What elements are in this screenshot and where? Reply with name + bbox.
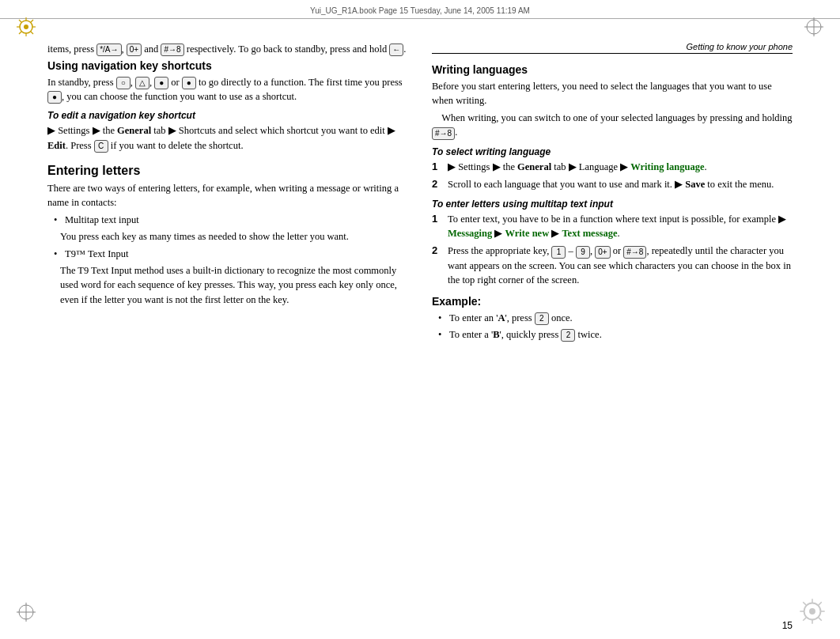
content-area: items, press */A→, 0+ and #→8 respective…: [47, 30, 793, 599]
svg-line-22: [803, 602, 806, 605]
bullet-t9: • T9™ Text Input: [47, 247, 408, 261]
example-bullet-2: • To enter a 'B', quickly press 2 twice.: [432, 327, 793, 342]
step-multitap-1: 1 To enter text, you have to be in a fun…: [432, 212, 793, 240]
key-nav4: ●: [182, 77, 196, 89]
key-nav1: ○: [116, 77, 131, 89]
bullet-t9-text: T9™ Text Input: [65, 247, 129, 261]
multitap-input-title: To enter letters using multitap text inp…: [432, 199, 793, 210]
ex-text2: To enter a 'B', quickly press 2 twice.: [449, 327, 602, 342]
key-hash2: #→8: [623, 246, 646, 259]
ex-dot1: •: [438, 311, 446, 325]
key-hash-arrow: #→8: [161, 43, 184, 56]
reg-mark-tl: [16, 17, 36, 37]
key-9: 9: [576, 246, 590, 259]
ex-dot2: •: [438, 327, 446, 342]
step-text-1a: ▶ Settings ▶ the General tab ▶ Language …: [448, 160, 707, 175]
step-multitap-2: 2 Press the appropriate key, 1 – 9, 0+ o…: [432, 244, 793, 286]
bullet-dot2: •: [54, 247, 62, 261]
key-star-a: */A→: [96, 43, 121, 56]
reg-mark-tr: [804, 17, 824, 37]
top-bar: Yui_UG_R1A.book Page 15 Tuesday, June 14…: [0, 6, 840, 19]
right-column: Getting to know your phone Writing langu…: [432, 38, 793, 599]
nav-shortcuts-body: In standby, press ○, △, ● or ● to go dir…: [47, 75, 408, 104]
left-column: items, press */A→, 0+ and #→8 respective…: [47, 38, 408, 599]
svg-point-17: [809, 608, 815, 614]
bullet-dot1: •: [54, 213, 62, 227]
key-2a: 2: [535, 312, 549, 325]
select-writing-lang-title: To select writing language: [432, 146, 793, 157]
step-select-lang-2: 2 Scroll to each language that you want …: [432, 177, 793, 192]
key-0plus2: 0+: [595, 246, 610, 259]
page-number: 15: [782, 620, 793, 631]
svg-point-1: [24, 25, 28, 29]
svg-line-9: [19, 32, 21, 34]
entering-letters-title: Entering letters: [47, 164, 408, 178]
svg-line-6: [19, 20, 21, 22]
reg-mark-bl: [16, 602, 36, 622]
key-hash-lang: #→8: [432, 127, 455, 140]
file-info: Yui_UG_R1A.book Page 15 Tuesday, June 14…: [310, 6, 530, 15]
writing-languages-body1: Before you start entering letters, you n…: [432, 79, 793, 108]
key-nav3: ●: [154, 77, 168, 89]
key-c: C: [94, 140, 108, 153]
bullet-multitap: • Multitap text input: [47, 213, 408, 227]
edit-shortcut-title: To edit a navigation key shortcut: [47, 110, 408, 121]
writing-languages-title: Writing languages: [432, 63, 793, 76]
two-columns: items, press */A→, 0+ and #→8 respective…: [47, 38, 793, 599]
key-0plus: 0+: [127, 43, 142, 56]
step-num-1a: 1: [432, 160, 443, 175]
key-nav5: ●: [47, 91, 62, 104]
svg-line-25: [803, 618, 806, 621]
svg-line-7: [31, 32, 33, 34]
ex-text1: To enter an 'A', press 2 once.: [449, 311, 573, 325]
right-column-header: Getting to know your phone: [432, 42, 793, 54]
entering-letters-intro: There are two ways of entering letters, …: [47, 181, 408, 210]
key-nav2: △: [135, 77, 149, 89]
key-back: ←: [389, 43, 403, 56]
step-text-1b: To enter text, you have to be in a funct…: [448, 212, 793, 240]
step-text-2a: Scroll to each language that you want to…: [448, 177, 774, 192]
page-container: Yui_UG_R1A.book Page 15 Tuesday, June 14…: [0, 0, 840, 639]
step-num-1b: 1: [432, 212, 443, 240]
writing-languages-body2: When writing, you can switch to one of y…: [432, 111, 793, 139]
step-select-lang-1: 1 ▶ Settings ▶ the General tab ▶ Languag…: [432, 160, 793, 175]
t9-body: The T9 Text Input method uses a built-in…: [47, 263, 408, 306]
step-num-2b: 2: [432, 244, 443, 286]
svg-line-8: [31, 20, 33, 22]
key-1: 1: [551, 246, 566, 259]
key-2b: 2: [561, 329, 575, 342]
reg-mark-br: [799, 598, 826, 625]
intro-paragraph: items, press */A→, 0+ and #→8 respective…: [47, 42, 408, 56]
svg-line-24: [819, 602, 822, 605]
nav-shortcuts-title: Using navigation key shortcuts: [47, 59, 408, 72]
example-bullet-1: • To enter an 'A', press 2 once.: [432, 311, 793, 325]
edit-shortcut-body: ▶ Settings ▶ the General tab ▶ Shortcuts…: [47, 123, 408, 152]
example-title: Example:: [432, 295, 793, 308]
step-text-2b: Press the appropriate key, 1 – 9, 0+ or …: [448, 244, 793, 286]
step-num-2a: 2: [432, 177, 443, 192]
bullet-multitap-text: Multitap text input: [65, 213, 139, 227]
svg-line-23: [819, 618, 822, 621]
multitap-body: You press each key as many times as need…: [47, 229, 408, 244]
